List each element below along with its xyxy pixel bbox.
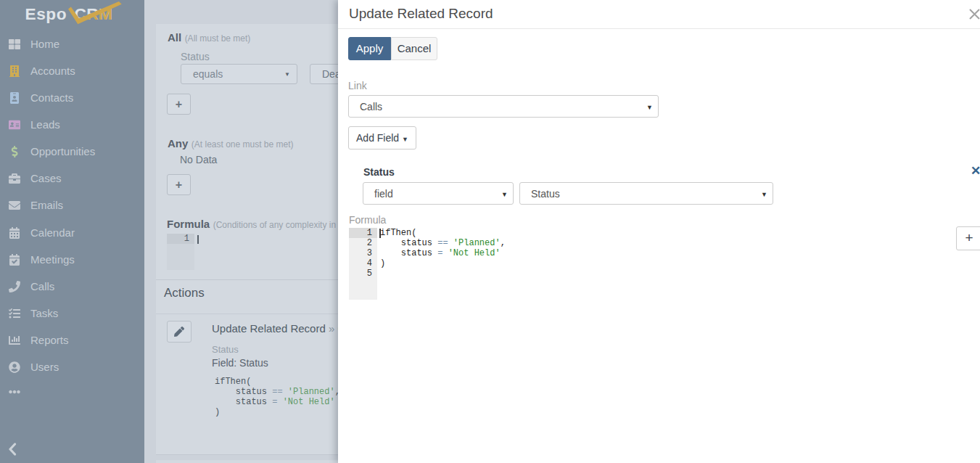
- svg-text:Espo: Espo: [25, 4, 67, 23]
